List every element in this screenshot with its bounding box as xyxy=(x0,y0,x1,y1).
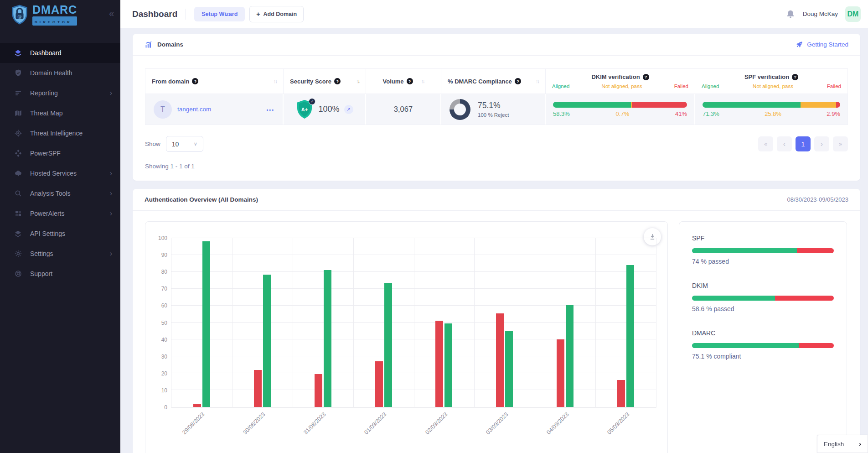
cell-spf-verification: 71.3% 25.8% 2.9% xyxy=(695,94,847,125)
rocket-icon xyxy=(796,41,803,48)
header-label: Security Score xyxy=(290,78,331,85)
help-icon[interactable] xyxy=(792,74,798,80)
header-dmarc-compliance: % DMARC Compliance xyxy=(441,69,546,94)
topbar-right: Doug McKay DM xyxy=(785,6,861,22)
sublabel-failed: Failed xyxy=(674,83,688,89)
pagination-page-1[interactable]: 1 xyxy=(796,136,811,151)
volume-value: 3,067 xyxy=(394,105,413,114)
y-tick-label: 30 xyxy=(161,354,167,360)
help-icon[interactable] xyxy=(515,78,521,84)
sidebar-item-label: API Settings xyxy=(30,230,65,237)
chevron-down-icon xyxy=(194,141,197,147)
show-label: Show xyxy=(145,141,160,147)
failed-bar xyxy=(375,361,383,407)
cell-from-domain: T tangent.com xyxy=(145,94,284,125)
sidebar-item-analysis-tools[interactable]: Analysis Tools xyxy=(0,183,120,203)
spf-bar-labels: 71.3% 25.8% 2.9% xyxy=(703,110,840,117)
sort-icon[interactable] xyxy=(356,78,359,84)
user-name[interactable]: Doug McKay xyxy=(803,10,838,17)
sidebar-item-powerspf[interactable]: PowerSPF xyxy=(0,143,120,163)
sidebar-item-label: Domain Health xyxy=(30,69,72,77)
dkim-failed-segment xyxy=(775,296,834,301)
pagination-prev-button[interactable] xyxy=(777,136,792,151)
spf-aligned-segment xyxy=(703,102,801,108)
passed-bar xyxy=(505,331,513,407)
sidebar-item-api-settings[interactable]: API Settings xyxy=(0,224,120,244)
brand-logo[interactable]: @ DMARC DIRECTOR xyxy=(0,0,120,29)
dkim-aligned-segment xyxy=(553,102,631,108)
brand-text: DMARC DIRECTOR xyxy=(32,4,77,26)
sidebar-item-threat-map[interactable]: Threat Map xyxy=(0,103,120,123)
help-icon[interactable] xyxy=(407,78,413,84)
add-domain-label: Add Domain xyxy=(264,11,297,17)
dkim-passed-segment xyxy=(692,296,775,301)
getting-started-link[interactable]: Getting Started xyxy=(796,41,848,48)
verification-sublabels: Aligned Not aligned, pass Failed xyxy=(702,83,841,89)
sidebar-item-threat-intelligence[interactable]: Threat Intelligence xyxy=(0,123,120,143)
per-page-value: 10 xyxy=(172,141,179,148)
header-security-score: Security Score xyxy=(284,69,366,94)
sidebar-item-hosted-services[interactable]: Hosted Services xyxy=(0,163,120,183)
sort-icon[interactable] xyxy=(274,78,277,84)
sidebar-item-settings[interactable]: Settings xyxy=(0,244,120,264)
pagination: 1 xyxy=(758,136,848,151)
language-picker[interactable]: English xyxy=(817,435,868,453)
external-link-icon[interactable] xyxy=(344,105,353,114)
header-label: Volume xyxy=(383,78,404,85)
auth-overview-panel: Authentication Overview (All Domains) 08… xyxy=(133,189,860,453)
topbar-divider xyxy=(186,9,186,20)
shield-check-icon xyxy=(14,69,22,78)
sidebar-item-support[interactable]: Support xyxy=(0,264,120,284)
help-icon[interactable] xyxy=(334,78,341,84)
bar-group xyxy=(353,238,414,407)
sidebar-collapse-icon[interactable] xyxy=(109,8,114,19)
domains-panel-header: Domains Getting Started xyxy=(133,34,860,56)
sidebar-item-reporting[interactable]: Reporting xyxy=(0,83,120,103)
passed-bar xyxy=(626,265,634,407)
help-icon[interactable] xyxy=(643,74,649,80)
cell-volume: 3,067 xyxy=(366,94,441,125)
domains-panel-title: Domains xyxy=(157,41,183,48)
dkim-failed-value: 41% xyxy=(675,110,687,117)
pagination-next-button[interactable] xyxy=(814,136,829,151)
sidebar-item-domain-health[interactable]: Domain Health xyxy=(0,63,120,83)
brand-title: DMARC xyxy=(32,4,77,16)
sidebar-item-label: Dashboard xyxy=(30,49,62,57)
table-row: T tangent.com A+ xyxy=(145,94,847,125)
plus-icon xyxy=(256,10,260,18)
setup-wizard-button[interactable]: Setup Wizard xyxy=(194,7,245,21)
dmarc-summary-label: DMARC xyxy=(692,329,834,337)
dkim-aligned-value: 58.3% xyxy=(553,110,570,117)
failed-bar xyxy=(617,380,625,407)
chevron-right-icon xyxy=(110,209,112,218)
cell-dkim-verification: 58.3% 0.7% 41% xyxy=(546,94,695,125)
getting-started-label: Getting Started xyxy=(807,41,848,48)
failed-bar xyxy=(435,321,443,407)
failed-bar xyxy=(193,404,201,407)
chevron-right-icon xyxy=(110,89,112,97)
brand-subtitle: DIRECTOR xyxy=(35,20,72,24)
spf-failed-value: 2.9% xyxy=(827,110,840,117)
sort-icon[interactable] xyxy=(421,78,424,84)
table-footer: Show 10 1 xyxy=(145,136,848,152)
add-domain-button[interactable]: Add Domain xyxy=(249,6,304,22)
spf-summary-bar xyxy=(692,248,834,253)
sidebar-item-poweralerts[interactable]: PowerAlerts xyxy=(0,203,120,224)
sidebar-item-label: PowerAlerts xyxy=(30,210,64,217)
language-label: English xyxy=(824,441,844,448)
sort-icon[interactable] xyxy=(536,78,539,84)
bell-icon[interactable] xyxy=(785,9,796,19)
lifebuoy-icon xyxy=(14,270,22,278)
spf-passed-segment xyxy=(692,248,797,253)
passed-bar xyxy=(444,323,452,407)
domain-link[interactable]: tangent.com xyxy=(177,106,211,113)
sidebar-item-dashboard[interactable]: Dashboard xyxy=(0,43,120,63)
row-actions-icon[interactable] xyxy=(266,105,276,114)
pagination-last-button[interactable] xyxy=(833,136,848,151)
pagination-first-button[interactable] xyxy=(758,136,773,151)
user-avatar[interactable]: DM xyxy=(845,6,861,22)
sidebar-item-label: Reporting xyxy=(30,89,58,97)
per-page-select[interactable]: 10 xyxy=(166,136,203,152)
help-icon[interactable] xyxy=(192,78,198,84)
y-tick-label: 20 xyxy=(161,370,167,377)
